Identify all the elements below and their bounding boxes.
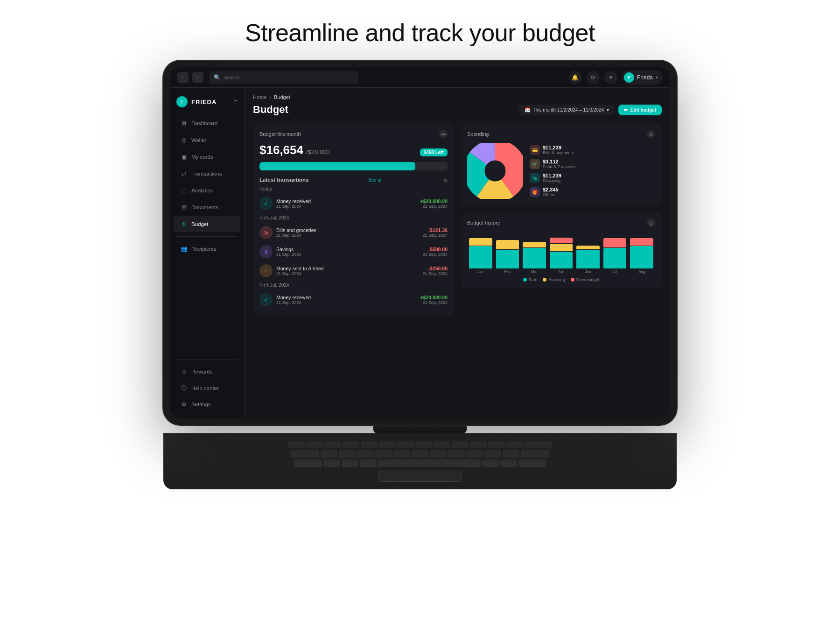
tx-name-received2: Money received	[276, 295, 416, 300]
user-chip[interactable]: F Frieda ▾	[622, 71, 663, 85]
budget-amount: $16,654	[259, 143, 303, 157]
search-bar[interactable]: 🔍 Search	[209, 71, 358, 84]
history-card-menu[interactable]: ⊙	[647, 219, 655, 227]
legend-label-safe: Safe	[529, 277, 538, 282]
tx-amount: +$20,000.00	[420, 198, 448, 204]
tx-name-savings: Savings	[276, 247, 419, 252]
svg-point-4	[485, 161, 505, 181]
notification-icon[interactable]: 🔔	[569, 71, 582, 84]
transactions-menu[interactable]: ⊙	[444, 177, 448, 183]
sidebar-label-analytics: Analytics	[191, 188, 213, 193]
sidebar-label-wallet: Wallet	[191, 137, 206, 143]
budget-card: Budget this month ••• $16,654 /$20,000 $…	[253, 123, 454, 316]
nav-back-button[interactable]: ‹	[177, 72, 189, 83]
key	[375, 450, 392, 458]
main-layout: F FRIEDA ≡ ⊞ Dashboard ◎ Wallet ▣ My	[170, 88, 670, 418]
sidebar-item-budget[interactable]: $ Budget	[174, 216, 240, 232]
tx-amounts-savings: -$500.00 21 Sep, 2024	[422, 247, 448, 257]
tx-icon-received-2: ✓	[259, 293, 273, 306]
tx-info-received2: Money received 21 Sep, 2024	[276, 295, 416, 305]
sync-icon[interactable]: ⟳	[587, 71, 600, 84]
legend-name-shopping: Shopping	[543, 178, 655, 183]
tx-amounts: +$20,000.00 21 Sep, 2024	[420, 198, 448, 209]
bar-stack-jan	[469, 231, 492, 268]
see-all-button[interactable]: See all	[368, 177, 383, 183]
documents-icon: ▤	[180, 204, 188, 211]
trackpad	[378, 471, 462, 482]
bar-label-jan: Jan	[477, 269, 483, 274]
bar-label-aug: Aug	[638, 269, 645, 274]
sidebar-item-help[interactable]: ⓘ Help center	[174, 380, 240, 396]
sidebar-divider-2	[176, 360, 238, 360]
key	[488, 441, 505, 448]
tx-date-right-received2: 21 Sep, 2024	[420, 300, 448, 305]
sidebar-item-rewards[interactable]: ◇ Rewards	[174, 364, 240, 380]
legend-icon-food: 🛒	[530, 159, 540, 169]
key	[434, 441, 450, 448]
bar-alarming-feb	[496, 240, 519, 249]
budget-card-menu[interactable]: •••	[439, 130, 448, 138]
chevron-down-icon: ▾	[607, 107, 609, 113]
edit-budget-button[interactable]: ✏ Edit budget	[618, 105, 662, 115]
tablet-screen: ‹ › 🔍 Search 🔔 ⟳ ✦ F Frieda ▾	[170, 67, 670, 418]
legend-info-others: $2,345 Others	[543, 187, 655, 197]
sidebar-item-mycards[interactable]: ▣ My cards	[174, 149, 240, 165]
sidebar-bottom: ◇ Rewards ⓘ Help center ⚙ Settings	[170, 356, 244, 413]
transaction-item-bills: 🛍 Bills and groceries 21 Sep, 2024 -$121…	[259, 223, 448, 242]
date-range-button[interactable]: 📅 This month 11/2/2024 – 11/3/2024 ▾	[519, 105, 615, 115]
sidebar-item-wallet[interactable]: ◎ Wallet	[174, 132, 240, 148]
bar-group-apr: Apr	[550, 231, 573, 274]
transaction-item-savings: $ Savings 21 Sep, 2024 -$500.00 21 Sep, …	[259, 242, 448, 261]
legend-dot-overbudget	[571, 278, 574, 282]
spending-card-header: Spending ⊙	[467, 130, 655, 138]
sidebar-item-recipients[interactable]: 👥 Recipients	[174, 241, 240, 257]
date-range-label: This month 11/2/2024 – 11/3/2024	[533, 107, 604, 113]
sidebar-item-transactions[interactable]: ⇄ Transactions	[174, 166, 240, 182]
recipients-icon: 👥	[180, 245, 188, 253]
sparkle-icon[interactable]: ✦	[604, 71, 617, 84]
key-row-2	[173, 450, 667, 458]
content-area: Home › Budget Budget 📅 This month 11/2/2…	[245, 88, 670, 418]
key	[288, 441, 305, 448]
breadcrumb-home[interactable]: Home	[253, 94, 266, 100]
budget-bar-fill	[259, 162, 415, 170]
edit-icon: ✏	[624, 107, 628, 113]
keyboard	[163, 433, 677, 489]
transaction-item-ahmed: ↑ Money sent to Ahmed 21 Sep, 2024 -$250…	[259, 261, 448, 281]
key	[521, 450, 549, 458]
key	[452, 441, 469, 448]
sidebar-item-documents[interactable]: ▤ Documents	[174, 199, 240, 215]
sidebar-item-dashboard[interactable]: ⊞ Dashboard	[174, 115, 240, 131]
sidebar-item-settings[interactable]: ⚙ Settings	[174, 396, 240, 412]
bar-safe-aug	[630, 246, 653, 268]
date-group-fri2: Fri 5 Jul, 2024	[259, 282, 448, 288]
bar-over-jul	[603, 238, 627, 247]
tx-name: Money received	[276, 198, 416, 204]
legend-alarming: Alarming	[543, 277, 565, 282]
top-bar: ‹ › 🔍 Search 🔔 ⟳ ✦ F Frieda ▾	[170, 67, 670, 88]
search-placeholder: Search	[224, 75, 240, 80]
spending-card: Spending ⊙	[461, 123, 662, 205]
bar-over-aug	[630, 238, 653, 246]
key	[291, 450, 319, 458]
key	[448, 450, 465, 458]
tx-icon-savings: $	[259, 245, 273, 258]
legend-icon-bills: 💳	[530, 145, 540, 155]
key	[397, 441, 414, 448]
bar-group-jul: Jul	[603, 231, 627, 274]
sidebar-item-analytics[interactable]: ◌ Analytics	[174, 183, 240, 198]
avatar: F	[624, 72, 634, 83]
sidebar-label-rewards: Rewards	[191, 369, 212, 374]
header-actions: 📅 This month 11/2/2024 – 11/3/2024 ▾ ✏ E…	[519, 105, 662, 115]
tx-date-ahmed: 21 Sep, 2024	[276, 271, 419, 276]
spending-card-menu[interactable]: ⊙	[647, 130, 655, 138]
key	[357, 450, 374, 458]
transaction-item: ✓ Money received 21 Sep, 2024 +$20,000.0…	[259, 194, 448, 213]
sidebar: F FRIEDA ≡ ⊞ Dashboard ◎ Wallet ▣ My	[170, 88, 245, 418]
calendar-icon: 📅	[525, 107, 530, 113]
legend-name-bills: Bills & payments	[543, 150, 655, 155]
sidebar-menu-icon[interactable]: ≡	[234, 98, 238, 106]
page-headline: Streamline and track your budget	[245, 19, 595, 47]
nav-forward-button[interactable]: ›	[192, 72, 203, 83]
bar-group-mar: Mar	[523, 231, 546, 274]
